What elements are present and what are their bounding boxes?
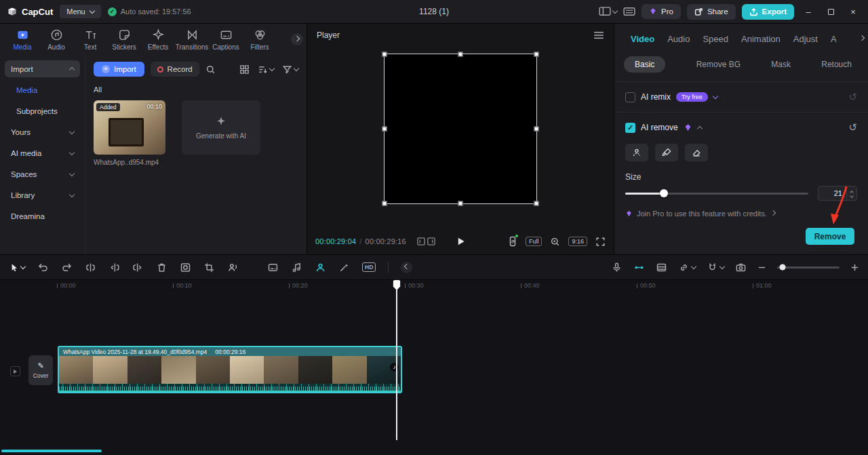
play-button[interactable]: [455, 236, 466, 247]
chevron-up-icon[interactable]: [696, 125, 702, 131]
media-thumbnail[interactable]: Added 00:10: [94, 100, 165, 155]
size-value-box[interactable]: 21: [818, 186, 857, 201]
playhead[interactable]: [396, 280, 397, 440]
ai-remove-tool-button[interactable]: [315, 262, 326, 273]
tab-transitions[interactable]: Transitions: [175, 28, 209, 51]
resize-handle[interactable]: [458, 201, 463, 206]
record-button[interactable]: Record: [151, 62, 199, 77]
pro-button[interactable]: Pro: [642, 4, 681, 19]
view-mode-button[interactable]: [239, 64, 250, 75]
chevron-down-icon[interactable]: [712, 94, 717, 99]
select-tool-button[interactable]: [9, 262, 25, 273]
shortcuts-button[interactable]: [623, 7, 635, 16]
resize-handle[interactable]: [534, 127, 539, 132]
size-input[interactable]: 21: [818, 189, 846, 197]
join-pro-row[interactable]: Join Pro to use this feature with credit…: [614, 210, 868, 218]
undo-button[interactable]: [37, 262, 49, 273]
share-button[interactable]: Share: [687, 4, 736, 20]
zoom-in-button[interactable]: [850, 263, 859, 272]
auto-captions-button[interactable]: [267, 262, 279, 273]
link-options-button[interactable]: [678, 262, 696, 273]
search-button[interactable]: [205, 64, 216, 75]
preview-on-phone-button[interactable]: [508, 236, 517, 247]
delete-left-button[interactable]: [108, 262, 120, 273]
tab-effects[interactable]: Effects: [141, 28, 175, 51]
split-button[interactable]: [85, 262, 96, 273]
voiceover-button[interactable]: [611, 262, 623, 273]
tab-animation[interactable]: Animation: [741, 34, 781, 44]
ai-remix-checkbox[interactable]: [625, 92, 635, 102]
tab-speed[interactable]: Speed: [703, 34, 728, 44]
prev-frame-icon[interactable]: [417, 237, 425, 245]
tab-captions[interactable]: Captions: [209, 28, 243, 51]
delete-right-button[interactable]: [132, 262, 144, 273]
tab-adjust[interactable]: Adjust: [793, 34, 818, 44]
resize-handle[interactable]: [534, 201, 539, 206]
resize-handle[interactable]: [458, 52, 463, 57]
ai-remove-checkbox[interactable]: ✓: [625, 123, 635, 133]
sidebar-item-import[interactable]: Import: [5, 60, 80, 77]
zoom-thumb[interactable]: [780, 264, 786, 271]
export-button[interactable]: Export: [742, 4, 794, 20]
sidebar-item-subprojects[interactable]: Subprojects: [5, 102, 80, 119]
track-options-button[interactable]: [656, 262, 667, 273]
filter-button[interactable]: [282, 64, 298, 75]
horizontal-scrollbar[interactable]: [1, 450, 102, 452]
timeline-zoom-slider[interactable]: [777, 263, 840, 271]
generate-with-ai-card[interactable]: Generate with AI: [182, 100, 260, 155]
tab-stickers[interactable]: Stickers: [107, 28, 141, 51]
video-clip[interactable]: WhatsApp Video 2025-11-28 at 19.49.40_d0…: [58, 346, 402, 393]
sidebar-item-spaces[interactable]: Spaces: [5, 165, 80, 182]
mask-button[interactable]: [180, 262, 191, 273]
close-button[interactable]: ×: [845, 7, 861, 17]
menu-button[interactable]: Menu: [60, 5, 101, 18]
tabs-overflow-chevron[interactable]: [859, 35, 865, 41]
delete-button[interactable]: [156, 262, 167, 273]
size-slider-thumb[interactable]: [660, 189, 668, 197]
next-frame-icon[interactable]: [427, 237, 435, 245]
track-expand-button[interactable]: [10, 366, 20, 376]
collapse-toolbar-button[interactable]: [401, 262, 412, 273]
tab-audio-props[interactable]: Audio: [667, 34, 690, 44]
player-menu-button[interactable]: [593, 31, 604, 39]
sidebar-item-media[interactable]: Media: [5, 81, 80, 98]
extract-audio-button[interactable]: [291, 262, 302, 273]
resize-handle[interactable]: [382, 127, 387, 132]
tab-filters[interactable]: Filters: [243, 28, 277, 51]
sort-button[interactable]: [258, 64, 274, 75]
remove-button[interactable]: Remove: [806, 228, 854, 245]
snapping-options-button[interactable]: [707, 262, 724, 273]
preview-zoom-button[interactable]: [550, 237, 560, 247]
brush-button[interactable]: [655, 144, 678, 161]
ratio-badge[interactable]: 9:16: [568, 237, 587, 246]
subtab-retouch[interactable]: Retouch: [821, 60, 852, 69]
resize-handle[interactable]: [382, 201, 387, 206]
sidebar-item-yours[interactable]: Yours: [5, 123, 80, 140]
resize-handle[interactable]: [382, 52, 387, 57]
sidebar-item-ai-media[interactable]: AI media: [5, 144, 80, 161]
minimize-button[interactable]: –: [800, 7, 816, 17]
tab-media[interactable]: Media: [5, 28, 39, 51]
video-canvas[interactable]: [384, 54, 537, 204]
cover-button[interactable]: ✎ Cover: [28, 355, 53, 385]
size-stepper[interactable]: [846, 186, 856, 200]
media-item[interactable]: Added 00:10 WhatsApp..d954.mp4: [94, 100, 165, 166]
eraser-button[interactable]: [685, 144, 708, 161]
tab-text[interactable]: Text: [73, 28, 107, 51]
enhance-button[interactable]: [338, 262, 350, 273]
resize-handle[interactable]: [534, 52, 539, 57]
sidebar-item-dreamina[interactable]: Dreamina: [5, 207, 80, 224]
size-slider[interactable]: [625, 189, 808, 198]
timeline-ruler[interactable]: 00:00 00:10 00:20 00:30 00:40 00:50 01:0…: [0, 280, 868, 294]
zoom-out-button[interactable]: [757, 263, 766, 272]
tab-truncated[interactable]: A: [831, 34, 837, 44]
subtab-mask[interactable]: Mask: [771, 60, 791, 69]
reset-ai-remix-button[interactable]: ↺: [848, 91, 857, 103]
tab-audio[interactable]: Audio: [39, 28, 73, 51]
subtab-basic[interactable]: Basic: [624, 56, 665, 73]
layout-toggle-button[interactable]: [599, 7, 617, 16]
redo-button[interactable]: [61, 262, 73, 273]
voice-effects-button[interactable]: [227, 262, 239, 273]
maximize-button[interactable]: [823, 7, 839, 17]
hd-button[interactable]: HD: [362, 262, 376, 272]
